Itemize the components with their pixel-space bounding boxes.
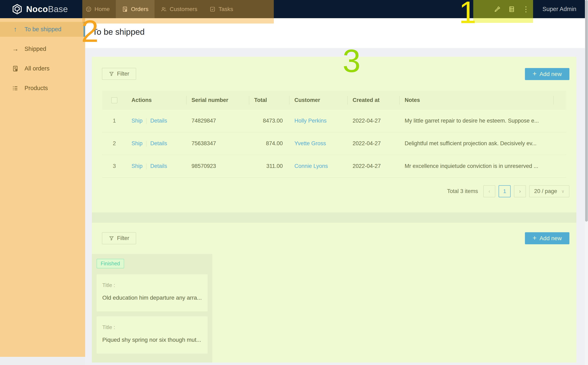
table-row: 2 ShipDetails 75638347 874.00 Yvette Gro… (102, 132, 566, 155)
tab-tasks-label: Tasks (218, 6, 233, 13)
add-new-button[interactable]: + Add new (525, 68, 569, 80)
sidebar-item-products[interactable]: Products (0, 81, 85, 96)
main-content: To be shipped Filter + Add new Actions S… (85, 18, 585, 365)
row-serial: 75638347 (187, 140, 249, 147)
select-all-checkbox[interactable] (111, 97, 118, 103)
row-actions: ShipDetails (127, 163, 187, 169)
pagination-prev-button[interactable]: ‹ (483, 185, 495, 197)
nav-tabs: Home Orders Customers Tas (79, 0, 239, 18)
action-divider (146, 141, 147, 147)
column-header-notes[interactable]: Notes (400, 91, 554, 110)
table-row: 1 ShipDetails 74829847 8473.00 Holly Per… (102, 110, 566, 132)
ui-editor-button[interactable] (490, 0, 505, 18)
nocobase-logo[interactable]: NocoBase (0, 3, 76, 15)
page-title-band: To be shipped (85, 18, 585, 48)
sidebar-item-all-orders[interactable]: All orders (0, 61, 85, 76)
sidebar-bottom-strip (0, 357, 85, 365)
filter-button[interactable]: Filter (102, 68, 136, 80)
sidebar-item-label: Shipped (25, 46, 46, 52)
tab-customers-label: Customers (170, 6, 197, 13)
pagination-next-button[interactable]: › (514, 185, 526, 197)
column-header-total[interactable]: Total (249, 91, 290, 110)
card-title-label: Title : (102, 324, 202, 330)
kanban-add-new-button[interactable]: + Add new (525, 232, 569, 244)
table-body: 1 ShipDetails 74829847 8473.00 Holly Per… (102, 110, 566, 178)
chevron-left-icon: ‹ (488, 188, 490, 194)
page-size-select[interactable]: 20 / page ∨ (529, 185, 569, 197)
app-root: NocoBase Home Orders (0, 0, 588, 365)
brand-text: NocoBase (26, 4, 68, 14)
plugins-button[interactable] (505, 0, 519, 18)
sidebar-item-label: All orders (25, 65, 50, 72)
tab-home[interactable]: Home (79, 0, 116, 18)
filter-funnel-icon (109, 236, 114, 241)
kanban-column: Finished Title : Old education him depar… (92, 254, 212, 363)
kanban-card[interactable]: Title : Old education him departure any … (97, 274, 208, 311)
orders-table-block: Filter + Add new Actions Serial number T… (92, 57, 576, 212)
tab-home-label: Home (95, 6, 110, 13)
tab-tasks[interactable]: Tasks (203, 0, 239, 18)
pagination-total: Total 3 items (447, 188, 478, 194)
brand-primary: Noco (26, 4, 48, 14)
card-title-value: Piqued shy spring nor six though mut... (102, 337, 202, 343)
card-title-label: Title : (102, 282, 202, 288)
user-menu[interactable]: Super Admin (542, 6, 576, 13)
sidebar-item-to-be-shipped[interactable]: ↑ To be shipped (0, 22, 85, 37)
column-header-serial[interactable]: Serial number (187, 91, 249, 110)
pagination: Total 3 items ‹ 1 › 20 / page ∨ (447, 185, 569, 197)
ship-link[interactable]: Ship (131, 163, 143, 169)
column-header-actions[interactable]: Actions (127, 91, 187, 110)
details-link[interactable]: Details (150, 140, 167, 147)
customer-link[interactable]: Holly Perkins (294, 118, 327, 124)
action-divider (146, 164, 147, 169)
kanban-filter-button[interactable]: Filter (102, 232, 136, 244)
nav-right-cluster: ⋮ Super Admin (490, 0, 585, 18)
details-link[interactable]: Details (150, 118, 167, 124)
tab-customers[interactable]: Customers (155, 0, 203, 18)
details-link[interactable]: Details (150, 163, 167, 169)
kanban-card[interactable]: Title : Piqued shy spring nor six though… (97, 316, 208, 354)
nocobase-logo-icon (11, 3, 23, 15)
brand-secondary: Base (48, 4, 68, 14)
vertical-scrollbar[interactable] (585, 0, 588, 365)
page-size-value: 20 / page (534, 188, 557, 194)
table-row: 3 ShipDetails 98570923 311.00 Connie Lyo… (102, 155, 566, 178)
chevron-right-icon: › (519, 188, 521, 194)
filter-button-label: Filter (117, 235, 129, 241)
status-badge[interactable]: Finished (97, 259, 124, 268)
row-total: 8473.00 (249, 118, 290, 124)
sidebar-menu: ↑ To be shipped → Shipped All orders (0, 18, 85, 96)
row-actions: ShipDetails (127, 140, 187, 147)
column-header-customer[interactable]: Customer (290, 91, 348, 110)
row-total: 311.00 (249, 163, 290, 169)
checkbox-icon (209, 6, 216, 12)
top-nav: NocoBase Home Orders (0, 0, 585, 18)
clipboard-icon (12, 65, 19, 72)
more-menu-button[interactable]: ⋮ (519, 0, 533, 18)
arrow-right-icon: → (12, 45, 19, 53)
row-created-at: 2022-04-27 (348, 163, 400, 169)
filter-button-label: Filter (117, 71, 129, 77)
column-header-created[interactable]: Created at (348, 91, 400, 110)
scrollbar-thumb[interactable] (585, 0, 588, 222)
customer-link[interactable]: Connie Lyons (294, 163, 328, 169)
kanban-block: Filter + Add new Pending Title : Removed… (92, 223, 576, 363)
row-index: 3 (102, 163, 127, 169)
tab-orders[interactable]: Orders (116, 0, 155, 18)
row-serial: 98570923 (187, 163, 249, 169)
ship-link[interactable]: Ship (131, 118, 143, 124)
action-divider (146, 118, 147, 124)
highlighter-icon (494, 6, 501, 13)
filter-funnel-icon (109, 71, 114, 77)
sidebar: ↑ To be shipped → Shipped All orders (0, 18, 85, 357)
plus-icon: + (533, 234, 537, 242)
tab-orders-label: Orders (131, 6, 148, 13)
ship-link[interactable]: Ship (131, 140, 143, 147)
pagination-page-1[interactable]: 1 (498, 185, 511, 197)
add-new-label: Add new (540, 71, 562, 77)
customer-link[interactable]: Yvette Gross (294, 140, 326, 147)
sidebar-item-shipped[interactable]: → Shipped (0, 42, 85, 56)
row-notes: My little garret repair to desire he est… (400, 118, 554, 124)
row-notes: Mr excellence inquietude conviction is i… (400, 163, 554, 169)
row-notes: Delightful met sufficient projection ask… (400, 140, 554, 147)
